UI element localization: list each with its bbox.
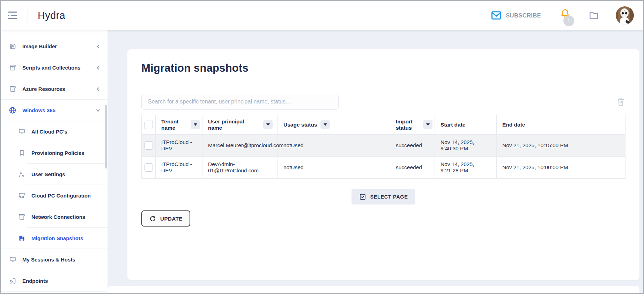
- column-header-user-principal-name: User principal name: [202, 115, 278, 135]
- monitor-gear-icon: [18, 192, 25, 200]
- sidebar-item-label: Endpoints: [22, 278, 48, 284]
- app-window: Hydra SUBSCRIBE 1: [0, 0, 644, 294]
- sidebar-item-label: Windows 365: [22, 107, 55, 113]
- filter-button-import-status[interactable]: [423, 120, 432, 129]
- sidebar-item-migration-snapshots[interactable]: Migration Snapshots: [1, 228, 108, 249]
- notifications-button[interactable]: 1: [560, 8, 572, 22]
- update-row: UPDATE: [141, 210, 626, 227]
- top-bar: Hydra SUBSCRIBE 1: [1, 1, 643, 30]
- select-page-row: SELECT PAGE: [141, 189, 626, 205]
- cell-user-principal-name: DevAdmin-01@ITProCloud.com: [202, 157, 278, 179]
- filter-button-tenant-name[interactable]: [191, 120, 200, 129]
- row-checkbox-cell: [142, 157, 156, 179]
- sidebar-item-user-settings[interactable]: User Settings: [1, 164, 108, 185]
- sidebar-item-label: User Settings: [31, 171, 65, 177]
- sidebar-item-label: Image Builder: [22, 43, 57, 49]
- sidebar-item-label: Provisioning Policies: [31, 150, 84, 156]
- sidebar-item-label: Azure Resources: [22, 86, 65, 92]
- column-header-import-status: Import status: [390, 115, 435, 135]
- cell-import-status: succeeded: [390, 135, 435, 157]
- select-all-checkbox[interactable]: [145, 121, 153, 129]
- cell-tenant-name: ITProCloud - DEV: [156, 135, 202, 157]
- sidebar-item-provisioning-policies[interactable]: Provisioning Policies: [1, 142, 108, 164]
- card-body: Tenant name User principal name: [127, 86, 639, 227]
- select-page-button[interactable]: SELECT PAGE: [351, 189, 416, 205]
- header-actions: SUBSCRIBE 1: [489, 6, 634, 24]
- sidebar: Image Builder Scripts and Collections: [1, 30, 108, 293]
- column-header-usage-status: Usage status: [278, 115, 390, 135]
- migration-snapshots-card: Migration snapshots: [127, 49, 639, 280]
- row-checkbox-cell: [142, 135, 156, 157]
- sidebar-item-endpoints[interactable]: Endpoints: [1, 270, 108, 292]
- chevron-left-icon: [96, 87, 101, 92]
- select-page-label: SELECT PAGE: [370, 194, 408, 200]
- subscribe-label: SUBSCRIBE: [506, 12, 541, 19]
- monitor-icon: [18, 128, 25, 136]
- folder-button[interactable]: [589, 10, 599, 21]
- cell-end-date: Nov 21, 2025, 10:00:00 PM: [497, 157, 626, 179]
- sidebar-item-label: Migration Snapshots: [31, 235, 83, 241]
- body-row: Image Builder Scripts and Collections: [1, 30, 643, 293]
- filter-icon: [266, 123, 270, 126]
- sidebar-item-cloud-pc-configuration[interactable]: Cloud PC Configuration: [1, 185, 108, 206]
- table-row[interactable]: ITProCloud - DEV DevAdmin-01@ITProCloud.…: [142, 157, 626, 179]
- column-label: Tenant name: [161, 119, 187, 131]
- card-header: Migration snapshots: [127, 49, 639, 86]
- sidebar-item-scripts-and-collections[interactable]: Scripts and Collections: [1, 57, 108, 78]
- menu-dot: [8, 15, 9, 16]
- column-header-tenant-name: Tenant name: [156, 115, 202, 135]
- sidebar-item-azure-resources[interactable]: Azure Resources: [1, 78, 108, 100]
- table-row[interactable]: ITProCloud - DEV Marcel.Meurer@itproclou…: [142, 135, 626, 157]
- refresh-icon: [149, 215, 156, 222]
- column-label: User principal name: [208, 119, 260, 131]
- cell-user-principal-name: Marcel.Meurer@itprocloud.com: [202, 135, 278, 157]
- monitor-icon: [9, 256, 16, 264]
- cell-tenant-name: ITProCloud - DEV: [156, 157, 202, 179]
- row-checkbox[interactable]: [145, 163, 153, 172]
- notification-badge: 1: [563, 15, 574, 26]
- sidebar-item-label: All Cloud PC's: [31, 129, 67, 135]
- trash-icon: [616, 96, 626, 107]
- sidebar-item-all-cloud-pcs[interactable]: All Cloud PC's: [1, 121, 108, 142]
- search-row: [141, 94, 626, 110]
- filter-button-usage-status[interactable]: [320, 120, 330, 129]
- cell-usage-status: notUsed: [278, 135, 390, 157]
- search-input[interactable]: [141, 94, 339, 110]
- footer-card: [108, 286, 639, 293]
- column-label: Import status: [396, 119, 420, 131]
- sidebar-item-label: Cloud PC Configuration: [31, 193, 91, 199]
- checkbox-check-icon: [359, 193, 366, 200]
- filter-icon: [426, 123, 430, 126]
- sidebar-item-label: Network Connections: [31, 214, 85, 220]
- archive-icon: [9, 64, 16, 72]
- content-area: Migration snapshots: [108, 30, 643, 293]
- archive-icon: [9, 85, 16, 93]
- chevron-down-icon: [96, 108, 101, 113]
- filter-icon: [194, 123, 197, 126]
- subscribe-button[interactable]: SUBSCRIBE: [489, 11, 543, 20]
- filter-button-user-principal-name[interactable]: [263, 120, 273, 129]
- column-header-start-date: Start date: [435, 115, 497, 135]
- update-button[interactable]: UPDATE: [141, 210, 190, 227]
- delete-button[interactable]: [616, 96, 626, 107]
- row-checkbox[interactable]: [145, 141, 153, 150]
- floppy-icon: [9, 43, 16, 50]
- envelope-icon: [491, 11, 502, 20]
- column-label: Usage status: [283, 122, 317, 128]
- sidebar-scrollbar[interactable]: [105, 105, 107, 168]
- sidebar-item-network-connections[interactable]: Network Connections: [1, 206, 108, 228]
- avatar[interactable]: [616, 6, 634, 24]
- cell-start-date: Nov 14, 2025, 9:40:30 PM: [435, 135, 497, 157]
- cell-end-date: Nov 21, 2025, 10:15:00 PM: [497, 135, 626, 157]
- sidebar-item-my-sessions-hosts[interactable]: My Sessions & Hosts: [1, 249, 108, 270]
- user-gear-icon: [18, 171, 25, 178]
- cast-icon: [9, 277, 16, 285]
- sidebar-item-windows-365[interactable]: Windows 365: [1, 100, 108, 121]
- page-title: Migration snapshots: [141, 62, 626, 74]
- cell-import-status: succeeded: [390, 157, 435, 179]
- sidebar-item-label: My Sessions & Hosts: [22, 257, 75, 263]
- chevron-left-icon: [96, 44, 101, 49]
- menu-icon[interactable]: [8, 11, 18, 20]
- sidebar-item-image-builder[interactable]: Image Builder: [1, 36, 108, 57]
- bookmark-icon: [18, 149, 25, 157]
